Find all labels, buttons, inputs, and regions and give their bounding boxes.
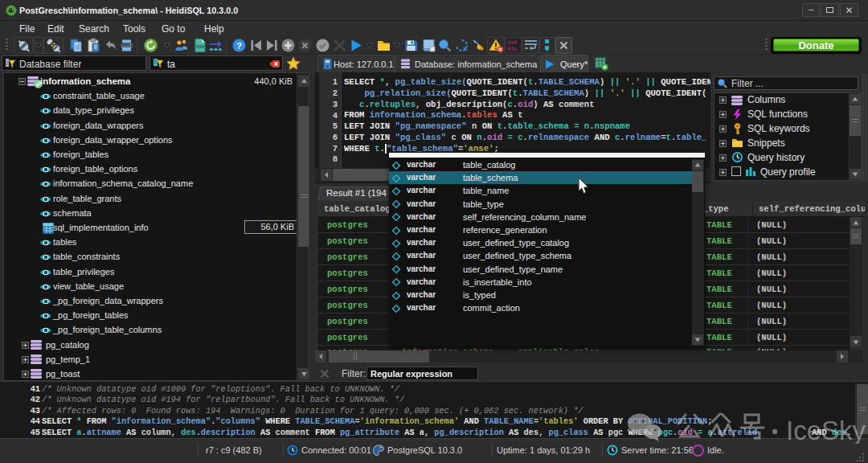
svg-text:01o: 01o — [508, 47, 518, 52]
svg-text:CSV: CSV — [196, 44, 205, 49]
svg-text:?: ? — [236, 41, 242, 51]
svg-text:IceSky: IceSky — [786, 416, 866, 444]
svg-text:1e0: 1e0 — [508, 40, 518, 46]
